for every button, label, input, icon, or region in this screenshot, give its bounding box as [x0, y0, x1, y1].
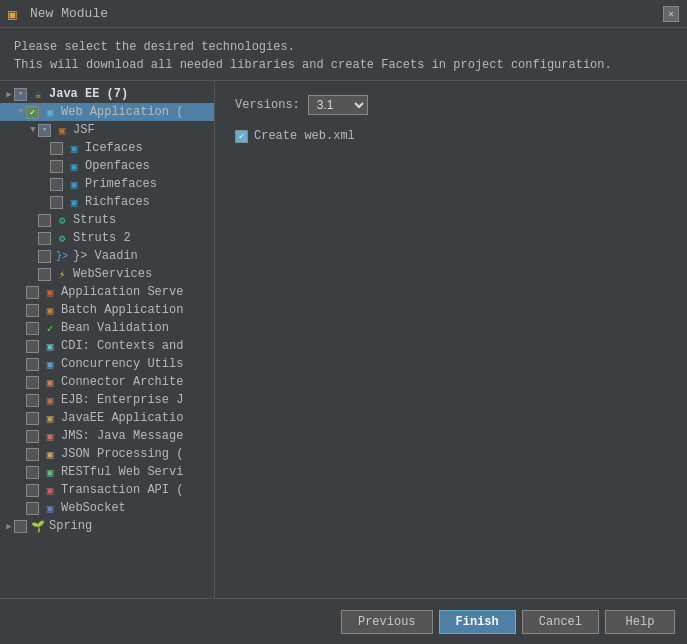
tree-icon-cdi: ▣ — [42, 338, 58, 354]
checkbox-primefaces[interactable] — [50, 178, 63, 191]
checkbox-transaction[interactable] — [26, 484, 39, 497]
create-webxml-label: Create web.xml — [254, 129, 355, 143]
tree-item-jms[interactable]: ▣JMS: Java Message — [0, 427, 214, 445]
tree-item-richfaces[interactable]: ▣Richfaces — [0, 193, 214, 211]
checkbox-bean-val[interactable] — [26, 322, 39, 335]
close-button[interactable]: ✕ — [663, 6, 679, 22]
finish-button[interactable]: Finish — [439, 610, 516, 634]
checkbox-app-server[interactable] — [26, 286, 39, 299]
checkbox-struts2[interactable] — [38, 232, 51, 245]
tree-label-webservices: WebServices — [73, 267, 152, 281]
tree-item-batch[interactable]: ▣Batch Application — [0, 301, 214, 319]
tree-label-richfaces: Richfaces — [85, 195, 150, 209]
checkbox-struts[interactable] — [38, 214, 51, 227]
tree-label-concurrency: Concurrency Utils — [61, 357, 183, 371]
tree-item-icefaces[interactable]: ▣Icefaces — [0, 139, 214, 157]
tree-label-spring: Spring — [49, 519, 92, 533]
versions-label: Versions: — [235, 98, 300, 112]
checkbox-connector[interactable] — [26, 376, 39, 389]
checkbox-concurrency[interactable] — [26, 358, 39, 371]
tree-item-openfaces[interactable]: ▣Openfaces — [0, 157, 214, 175]
tree-icon-bean-val: ✓ — [42, 320, 58, 336]
tree-item-javaee-app[interactable]: ▣JavaEE Applicatio — [0, 409, 214, 427]
checkbox-batch[interactable] — [26, 304, 39, 317]
tree-arrow-java-ee: ▶ — [4, 89, 14, 100]
tree-icon-batch: ▣ — [42, 302, 58, 318]
tree-icon-restful: ▣ — [42, 464, 58, 480]
previous-button[interactable]: Previous — [341, 610, 433, 634]
checkbox-icefaces[interactable] — [50, 142, 63, 155]
tree-label-icefaces: Icefaces — [85, 141, 143, 155]
create-webxml-checkbox[interactable] — [235, 130, 248, 143]
tree-label-javaee-app: JavaEE Applicatio — [61, 411, 183, 425]
tree-label-openfaces: Openfaces — [85, 159, 150, 173]
tree-icon-java-ee: ☕ — [30, 86, 46, 102]
tree-label-connector: Connector Archite — [61, 375, 183, 389]
tree-icon-concurrency: ▣ — [42, 356, 58, 372]
tree-item-bean-val[interactable]: ✓Bean Validation — [0, 319, 214, 337]
create-webxml-row[interactable]: Create web.xml — [235, 129, 667, 143]
tree-item-webservices[interactable]: ⚡WebServices — [0, 265, 214, 283]
tree-item-vaadin[interactable]: }>}> Vaadin — [0, 247, 214, 265]
tree-item-restful[interactable]: ▣RESTful Web Servi — [0, 463, 214, 481]
checkbox-richfaces[interactable] — [50, 196, 63, 209]
tree-item-concurrency[interactable]: ▣Concurrency Utils — [0, 355, 214, 373]
main-area: ▶☕Java EE (7)▼▣Web Application (▼▣JSF▣Ic… — [0, 80, 687, 598]
description-line1: Please select the desired technologies. — [14, 38, 673, 56]
tree-item-connector[interactable]: ▣Connector Archite — [0, 373, 214, 391]
cancel-button[interactable]: Cancel — [522, 610, 599, 634]
tree-item-jsf[interactable]: ▼▣JSF — [0, 121, 214, 139]
checkbox-web-app[interactable] — [26, 106, 39, 119]
tree-icon-ejb: ▣ — [42, 392, 58, 408]
tree-label-ejb: EJB: Enterprise J — [61, 393, 183, 407]
tree-label-vaadin: }> Vaadin — [73, 249, 138, 263]
tree-item-app-server[interactable]: ▣Application Serve — [0, 283, 214, 301]
title-bar-left: ▣ New Module — [8, 6, 108, 22]
checkbox-restful[interactable] — [26, 466, 39, 479]
tree-label-primefaces: Primefaces — [85, 177, 157, 191]
checkbox-cdi[interactable] — [26, 340, 39, 353]
help-button[interactable]: Help — [605, 610, 675, 634]
tree-icon-jms: ▣ — [42, 428, 58, 444]
tree-label-batch: Batch Application — [61, 303, 183, 317]
tree-item-primefaces[interactable]: ▣Primefaces — [0, 175, 214, 193]
checkbox-javaee-app[interactable] — [26, 412, 39, 425]
tree-item-spring[interactable]: ▶🌱Spring — [0, 517, 214, 535]
tree-label-bean-val: Bean Validation — [61, 321, 169, 335]
tree-icon-webservices: ⚡ — [54, 266, 70, 282]
tree-icon-richfaces: ▣ — [66, 194, 82, 210]
tree-item-cdi[interactable]: ▣CDI: Contexts and — [0, 337, 214, 355]
checkbox-jms[interactable] — [26, 430, 39, 443]
tree-item-ejb[interactable]: ▣EJB: Enterprise J — [0, 391, 214, 409]
checkbox-ejb[interactable] — [26, 394, 39, 407]
checkbox-webservices[interactable] — [38, 268, 51, 281]
tree-icon-vaadin: }> — [54, 248, 70, 264]
description-area: Please select the desired technologies. … — [0, 28, 687, 80]
tree-icon-spring: 🌱 — [30, 518, 46, 534]
tree-item-java-ee[interactable]: ▶☕Java EE (7) — [0, 85, 214, 103]
tree-item-struts2[interactable]: ⚙Struts 2 — [0, 229, 214, 247]
checkbox-websocket[interactable] — [26, 502, 39, 515]
right-panel: Versions: 3.13.02.52.4 Create web.xml — [215, 81, 687, 598]
checkbox-jsf[interactable] — [38, 124, 51, 137]
tree-item-web-app[interactable]: ▼▣Web Application ( — [0, 103, 214, 121]
checkbox-java-ee[interactable] — [14, 88, 27, 101]
checkbox-spring[interactable] — [14, 520, 27, 533]
tree-icon-connector: ▣ — [42, 374, 58, 390]
tree-item-struts[interactable]: ⚙Struts — [0, 211, 214, 229]
checkbox-json[interactable] — [26, 448, 39, 461]
technology-tree: ▶☕Java EE (7)▼▣Web Application (▼▣JSF▣Ic… — [0, 81, 215, 598]
app-icon: ▣ — [8, 6, 24, 22]
tree-icon-struts: ⚙ — [54, 212, 70, 228]
version-select[interactable]: 3.13.02.52.4 — [308, 95, 368, 115]
checkbox-openfaces[interactable] — [50, 160, 63, 173]
tree-icon-struts2: ⚙ — [54, 230, 70, 246]
tree-label-jms: JMS: Java Message — [61, 429, 183, 443]
tree-item-transaction[interactable]: ▣Transaction API ( — [0, 481, 214, 499]
tree-label-transaction: Transaction API ( — [61, 483, 183, 497]
tree-label-cdi: CDI: Contexts and — [61, 339, 183, 353]
tree-item-websocket[interactable]: ▣WebSocket — [0, 499, 214, 517]
checkbox-vaadin[interactable] — [38, 250, 51, 263]
tree-item-json[interactable]: ▣JSON Processing ( — [0, 445, 214, 463]
description-line2: This will download all needed libraries … — [14, 56, 673, 74]
